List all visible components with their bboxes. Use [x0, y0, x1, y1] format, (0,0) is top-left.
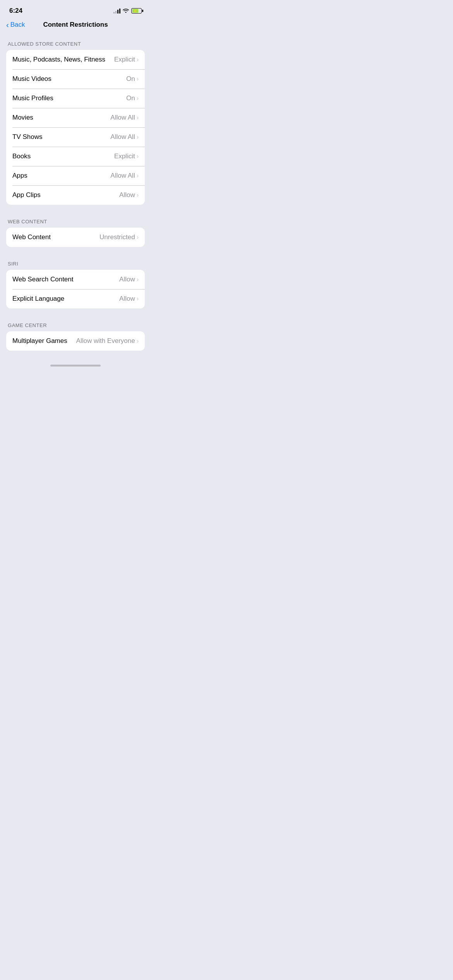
row-apps-label: Apps: [12, 172, 27, 180]
row-music-podcasts-value: Explicit: [114, 56, 135, 63]
row-music-videos[interactable]: Music Videos On ›: [6, 69, 145, 89]
row-app-clips[interactable]: App Clips Allow ›: [6, 185, 145, 205]
row-apps-chevron-icon: ›: [137, 172, 139, 179]
nav-bar: ‹ Back Content Restrictions: [0, 19, 151, 33]
page-title: Content Restrictions: [43, 21, 108, 29]
row-apps[interactable]: Apps Allow All ›: [6, 166, 145, 185]
row-music-profiles-value: On: [126, 94, 135, 102]
row-books-value: Explicit: [114, 152, 135, 160]
row-explicit-language-right: Allow ›: [119, 295, 139, 303]
home-indicator: [0, 362, 151, 368]
row-tv-shows[interactable]: TV Shows Allow All ›: [6, 127, 145, 147]
row-explicit-language-value: Allow: [119, 295, 135, 303]
row-app-clips-value: Allow: [119, 191, 135, 199]
row-multiplayer-games[interactable]: Multiplayer Games Allow with Everyone ›: [6, 331, 145, 351]
row-books-chevron-icon: ›: [137, 153, 139, 160]
settings-group-game-center: Multiplayer Games Allow with Everyone ›: [6, 331, 145, 351]
status-time: 6:24: [9, 7, 22, 15]
row-music-podcasts-right: Explicit ›: [114, 56, 139, 63]
row-apps-right: Allow All ›: [110, 172, 139, 180]
row-books[interactable]: Books Explicit ›: [6, 147, 145, 166]
row-web-content-label: Web Content: [12, 233, 51, 241]
row-music-videos-label: Music Videos: [12, 75, 51, 83]
row-music-videos-value: On: [126, 75, 135, 83]
row-web-content-chevron-icon: ›: [137, 234, 139, 241]
row-books-right: Explicit ›: [114, 152, 139, 160]
section-header-web-content: WEB CONTENT: [0, 219, 151, 228]
status-bar: 6:24 ⚡: [0, 0, 151, 19]
row-music-profiles-chevron-icon: ›: [137, 95, 139, 102]
row-multiplayer-games-label: Multiplayer Games: [12, 337, 67, 345]
row-music-podcasts-chevron-icon: ›: [137, 56, 139, 63]
status-icons: ⚡: [113, 8, 142, 14]
row-web-search-content-chevron-icon: ›: [137, 276, 139, 283]
row-explicit-language-label: Explicit Language: [12, 295, 64, 303]
section-web-content: WEB CONTENT Web Content Unrestricted ›: [0, 219, 151, 247]
row-multiplayer-games-right: Allow with Everyone ›: [76, 337, 139, 345]
row-web-search-content-label: Web Search Content: [12, 276, 74, 283]
row-web-search-content-right: Allow ›: [119, 276, 139, 283]
row-music-podcasts-label: Music, Podcasts, News, Fitness: [12, 56, 105, 63]
row-app-clips-chevron-icon: ›: [137, 192, 139, 199]
row-movies-right: Allow All ›: [110, 114, 139, 122]
row-tv-shows-chevron-icon: ›: [137, 134, 139, 140]
row-music-profiles[interactable]: Music Profiles On ›: [6, 89, 145, 108]
row-music-videos-right: On ›: [126, 75, 139, 83]
row-music-videos-chevron-icon: ›: [137, 75, 139, 82]
row-tv-shows-value: Allow All: [110, 133, 135, 141]
row-movies-value: Allow All: [110, 114, 135, 122]
section-header-siri: SIRI: [0, 261, 151, 270]
content-area: ALLOWED STORE CONTENT Music, Podcasts, N…: [0, 33, 151, 362]
row-web-search-content-value: Allow: [119, 276, 135, 283]
battery-bolt-icon: ⚡: [133, 9, 137, 13]
row-multiplayer-games-chevron-icon: ›: [137, 338, 139, 344]
section-allowed-store-content: ALLOWED STORE CONTENT Music, Podcasts, N…: [0, 41, 151, 205]
section-game-center: GAME CENTER Multiplayer Games Allow with…: [0, 322, 151, 351]
row-music-profiles-label: Music Profiles: [12, 94, 53, 102]
row-tv-shows-label: TV Shows: [12, 133, 42, 141]
row-music-profiles-right: On ›: [126, 94, 139, 102]
battery-fill: ⚡: [132, 9, 138, 13]
row-apps-value: Allow All: [110, 172, 135, 180]
row-movies[interactable]: Movies Allow All ›: [6, 108, 145, 127]
row-music-podcasts[interactable]: Music, Podcasts, News, Fitness Explicit …: [6, 50, 145, 69]
settings-group-web-content: Web Content Unrestricted ›: [6, 228, 145, 247]
row-web-content[interactable]: Web Content Unrestricted ›: [6, 228, 145, 247]
row-web-search-content[interactable]: Web Search Content Allow ›: [6, 270, 145, 289]
settings-group-allowed-store-content: Music, Podcasts, News, Fitness Explicit …: [6, 50, 145, 205]
row-web-content-right: Unrestricted ›: [100, 233, 139, 241]
wifi-icon: [123, 8, 129, 14]
section-header-allowed-store-content: ALLOWED STORE CONTENT: [0, 41, 151, 50]
row-movies-label: Movies: [12, 114, 33, 122]
back-chevron-icon: ‹: [6, 21, 9, 29]
back-button[interactable]: ‹ Back: [6, 21, 25, 29]
section-siri: SIRI Web Search Content Allow › Explicit…: [0, 261, 151, 308]
row-multiplayer-games-value: Allow with Everyone: [76, 337, 135, 345]
settings-group-siri: Web Search Content Allow › Explicit Lang…: [6, 270, 145, 308]
row-app-clips-right: Allow ›: [119, 191, 139, 199]
row-explicit-language[interactable]: Explicit Language Allow ›: [6, 289, 145, 308]
row-web-content-value: Unrestricted: [100, 233, 135, 241]
row-app-clips-label: App Clips: [12, 191, 41, 199]
home-bar: [50, 365, 101, 367]
battery-icon: ⚡: [131, 8, 142, 14]
row-explicit-language-chevron-icon: ›: [137, 295, 139, 302]
row-tv-shows-right: Allow All ›: [110, 133, 139, 141]
row-movies-chevron-icon: ›: [137, 114, 139, 121]
section-header-game-center: GAME CENTER: [0, 322, 151, 331]
back-label: Back: [10, 21, 25, 29]
signal-bars-icon: [113, 8, 120, 14]
row-books-label: Books: [12, 152, 31, 160]
